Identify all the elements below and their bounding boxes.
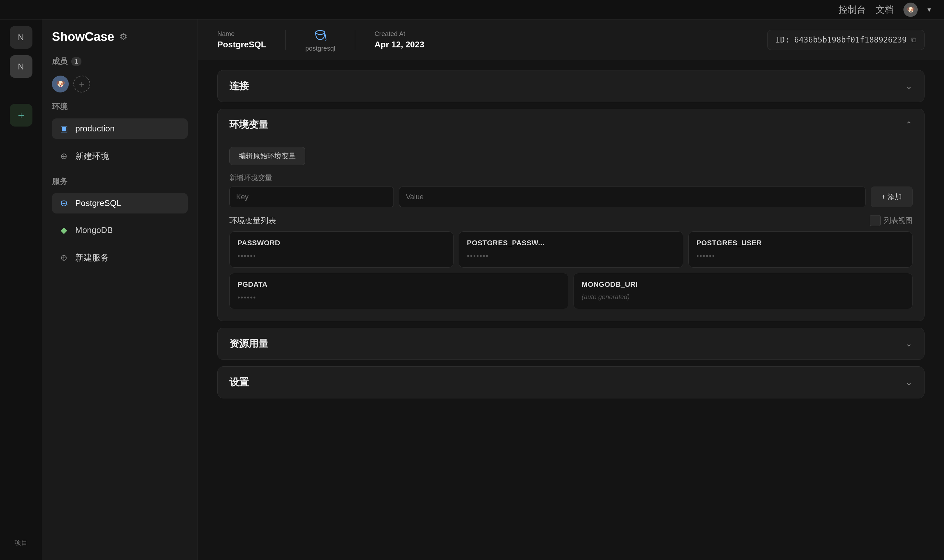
settings-chevron-icon[interactable]: ⌄ <box>906 377 913 388</box>
env-section: 环境 <box>52 102 188 112</box>
service-type-label: postgresql <box>305 45 335 52</box>
settings-panel-header[interactable]: 设置 ⌄ <box>218 367 924 398</box>
user-avatar[interactable]: 🐶 <box>904 3 918 17</box>
add-member-btn[interactable]: ＋ <box>73 75 90 92</box>
members-section: 成员 1 <box>52 56 188 66</box>
connect-title: 连接 <box>229 80 249 93</box>
topbar: 控制台 文档 🐶 ▾ <box>0 0 944 20</box>
connect-panel-header[interactable]: 连接 ⌄ <box>218 71 924 102</box>
settings-gear-icon[interactable]: ⚙ <box>119 31 128 42</box>
svg-point-2 <box>316 31 325 34</box>
resource-panel: 资源用量 ⌄ <box>217 328 924 360</box>
new-service-icon: ⊕ <box>58 253 69 263</box>
mongodb-icon: ◆ <box>58 225 69 235</box>
env-card-pgdata: PGDATA •••••• <box>229 273 568 309</box>
env-value-mongodb-uri: (auto generated) <box>582 293 904 301</box>
created-at-value: Apr 12, 2023 <box>375 40 424 50</box>
toggle-box[interactable] <box>870 215 881 226</box>
icon-bar-item-n2[interactable]: N <box>10 55 32 78</box>
env-vars-panel: 环境变量 ⌃ 编辑原始环境变量 新增环境变量 + 添加 环境变量列表 <box>217 109 924 321</box>
sidebar-item-new-service[interactable]: ⊕ 新建服务 <box>52 247 188 269</box>
env-key-postgres-user: POSTGRES_USER <box>696 239 904 247</box>
resource-chevron-icon[interactable]: ⌄ <box>906 339 913 349</box>
new-env-icon: ⊕ <box>58 151 69 161</box>
env-vars-panel-header[interactable]: 环境变量 ⌃ <box>218 109 924 140</box>
id-badge[interactable]: ID: 6436b5b198bf01f188926239 ⧉ <box>767 30 924 50</box>
production-label: production <box>75 124 115 134</box>
user-menu-chevron[interactable]: ▾ <box>927 6 931 14</box>
env-card-password: PASSWORD •••••• <box>229 231 454 268</box>
main-content: Name PostgreSQL postgresql Created At Ap… <box>198 20 944 560</box>
new-service-label: 新建服务 <box>75 252 109 263</box>
sidebar-item-mongodb[interactable]: ◆ MongoDB <box>52 220 188 240</box>
env-list-header: 环境变量列表 列表视图 <box>229 215 913 226</box>
resource-panel-header[interactable]: 资源用量 ⌄ <box>218 328 924 360</box>
service-header: Name PostgreSQL postgresql Created At Ap… <box>198 20 944 60</box>
env-key-pgdata: PGDATA <box>237 280 560 289</box>
env-key-mongodb-uri: MONGODB_URI <box>582 280 904 289</box>
name-label: Name <box>217 30 266 38</box>
env-vars-title: 环境变量 <box>229 118 268 131</box>
env-panel-body: 编辑原始环境变量 新增环境变量 + 添加 环境变量列表 列表视图 <box>218 140 924 321</box>
mongodb-label: MongoDB <box>75 225 113 235</box>
postgresql-icon <box>58 199 69 208</box>
env-card-mongodb-uri: MONGODB_URI (auto generated) <box>573 273 913 309</box>
edit-raw-btn[interactable]: 编辑原始环境变量 <box>229 147 305 165</box>
sidebar: ShowCase ⚙ 成员 1 🐶 ＋ 环境 ▣ production ⊕ 新建… <box>42 20 198 560</box>
projects-label: 项目 <box>15 538 28 547</box>
env-card-postgres-user: POSTGRES_USER •••••• <box>688 231 913 268</box>
sidebar-header: ShowCase ⚙ <box>52 30 188 44</box>
env-list-label: 环境变量列表 <box>229 215 276 226</box>
sidebar-item-new-env[interactable]: ⊕ 新建环境 <box>52 145 188 167</box>
service-type-block: postgresql <box>305 27 335 52</box>
production-icon: ▣ <box>58 124 69 134</box>
env-add-btn[interactable]: + 添加 <box>871 186 913 207</box>
list-view-label: 列表视图 <box>884 216 913 226</box>
list-view-toggle[interactable]: 列表视图 <box>870 215 913 226</box>
env-value-input[interactable] <box>399 186 866 207</box>
main-layout: N N ＋ 项目 ShowCase ⚙ 成员 1 🐶 ＋ 环境 ▣ produc… <box>0 20 944 560</box>
icon-bar-item-n1[interactable]: N <box>10 26 32 49</box>
member-avatar-1: 🐶 <box>52 75 69 92</box>
postgresql-label: PostgreSQL <box>75 198 121 208</box>
panels-area: 连接 ⌄ 环境变量 ⌃ 编辑原始环境变量 新增环境变量 + 添加 <box>198 60 944 560</box>
env-value-pgdata: •••••• <box>237 293 560 302</box>
new-env-section-label: 新增环境变量 <box>229 173 913 183</box>
postgresql-header-icon <box>312 27 328 43</box>
connect-chevron-icon[interactable]: ⌄ <box>906 81 913 91</box>
new-env-label: 新建环境 <box>75 151 109 162</box>
resource-title: 资源用量 <box>229 337 268 351</box>
connect-panel: 连接 ⌄ <box>217 70 924 102</box>
created-at-label: Created At <box>375 30 424 38</box>
sidebar-title: ShowCase <box>52 30 114 44</box>
copy-id-icon[interactable]: ⧉ <box>911 36 916 44</box>
members-count: 1 <box>71 57 81 66</box>
env-vars-grid-row2: PGDATA •••••• MONGODB_URI (auto generate… <box>229 273 913 309</box>
service-name-block: Name PostgreSQL <box>217 30 266 50</box>
docs-btn[interactable]: 文档 <box>876 3 894 16</box>
new-env-row: + 添加 <box>229 186 913 207</box>
settings-panel: 设置 ⌄ <box>217 366 924 398</box>
icon-bar: N N ＋ 项目 <box>0 20 42 560</box>
control-console-btn[interactable]: 控制台 <box>839 3 866 16</box>
svg-line-1 <box>66 202 67 205</box>
id-text: ID: 6436b5b198bf01f188926239 <box>775 35 907 45</box>
env-key-input[interactable] <box>229 186 394 207</box>
svg-point-0 <box>61 201 66 203</box>
icon-bar-add-btn[interactable]: ＋ <box>10 104 32 126</box>
services-section: 服务 <box>52 176 188 186</box>
env-value-postgres-user: •••••• <box>696 252 904 260</box>
env-card-postgres-passw: POSTGRES_PASSW... ••••••• <box>459 231 683 268</box>
created-at-block: Created At Apr 12, 2023 <box>375 30 424 50</box>
name-value: PostgreSQL <box>217 40 266 50</box>
sidebar-item-postgresql[interactable]: PostgreSQL <box>52 193 188 214</box>
svg-line-3 <box>325 32 326 39</box>
member-row: 🐶 ＋ <box>52 75 188 92</box>
sidebar-item-production[interactable]: ▣ production <box>52 118 188 139</box>
settings-title: 设置 <box>229 376 249 389</box>
env-vars-chevron-icon[interactable]: ⌃ <box>906 120 913 130</box>
env-key-postgres-passw: POSTGRES_PASSW... <box>467 239 675 247</box>
env-vars-grid-row1: PASSWORD •••••• POSTGRES_PASSW... ••••••… <box>229 231 913 268</box>
env-key-password: PASSWORD <box>237 239 445 247</box>
env-value-postgres-passw: ••••••• <box>467 252 675 260</box>
